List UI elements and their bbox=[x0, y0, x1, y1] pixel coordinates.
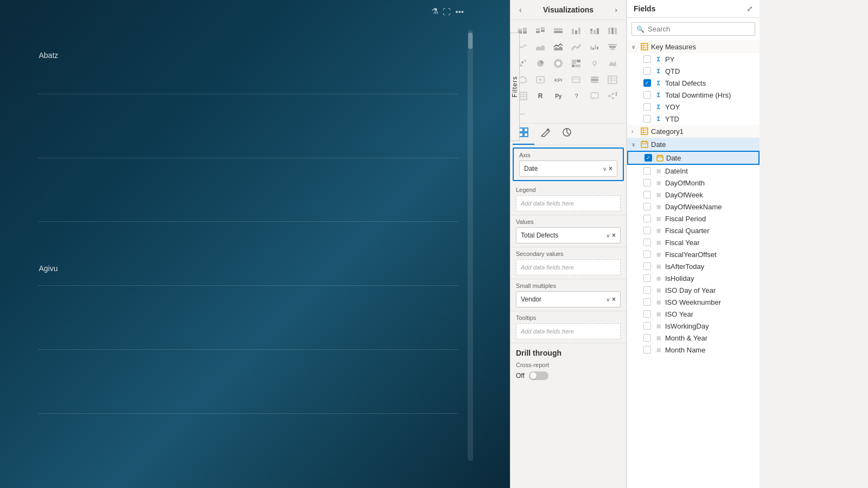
field-dayofmonth[interactable]: ⊞ DayOfMonth bbox=[627, 177, 760, 189]
tab-analytics[interactable] bbox=[556, 124, 578, 145]
svg-point-59 bbox=[608, 95, 610, 97]
filter-icon[interactable]: ⚗ bbox=[431, 7, 438, 16]
field-is-working-day[interactable]: ⊞ IsWorkingDay bbox=[627, 320, 760, 332]
small-multiples-field-box[interactable]: Vendor ∨ × bbox=[516, 291, 621, 307]
viz-icon-card[interactable] bbox=[569, 72, 584, 87]
viz-icon-filled-map[interactable] bbox=[605, 56, 620, 71]
field-iso-weeknumber[interactable]: ⊞ ISO Weeknumber bbox=[627, 296, 760, 308]
legend-field-box[interactable]: Add data fields here bbox=[516, 195, 621, 211]
field-date-checkbox[interactable] bbox=[644, 154, 652, 162]
viz-icon-funnel[interactable] bbox=[605, 40, 620, 55]
field-date[interactable]: Date bbox=[627, 151, 760, 165]
field-qtd[interactable]: Σ QTD bbox=[627, 65, 760, 77]
field-dayofweek[interactable]: ⊞ DayOfWeek bbox=[627, 189, 760, 201]
viz-icon-area[interactable] bbox=[533, 40, 548, 55]
field-ytd[interactable]: Σ YTD bbox=[627, 113, 760, 125]
viz-icon-column[interactable] bbox=[569, 23, 584, 38]
viz-icon-qa[interactable]: ? bbox=[569, 88, 584, 104]
field-fiscal-year-offset-checkbox[interactable] bbox=[643, 251, 651, 258]
field-is-holiday[interactable]: ⊞ IsHoliday bbox=[627, 272, 760, 284]
small-multiples-chevron[interactable]: ∨ bbox=[606, 297, 610, 303]
viz-icon-ribbon[interactable] bbox=[569, 40, 584, 55]
cross-report-toggle[interactable] bbox=[529, 371, 548, 380]
field-dayofweekname[interactable]: ⊞ DayOfWeekName bbox=[627, 201, 760, 213]
field-fiscal-period-checkbox[interactable] bbox=[643, 215, 651, 222]
tab-format[interactable] bbox=[534, 124, 556, 145]
field-dayofweek-checkbox[interactable] bbox=[643, 191, 651, 198]
viz-icon-multi-row-card[interactable] bbox=[587, 72, 602, 87]
field-total-defects[interactable]: Σ Total Defects bbox=[627, 77, 760, 89]
values-remove[interactable]: × bbox=[612, 232, 616, 239]
field-month-name[interactable]: ⊞ Month Name bbox=[627, 344, 760, 356]
viz-icon-narrative[interactable] bbox=[587, 88, 602, 104]
viz-icon-treemap[interactable] bbox=[569, 56, 584, 71]
axis-remove[interactable]: × bbox=[609, 165, 612, 172]
field-is-after-today[interactable]: ⊞ IsAfterToday bbox=[627, 260, 760, 272]
axis-chevron[interactable]: ∨ bbox=[603, 166, 607, 172]
field-total-downtime-checkbox[interactable] bbox=[643, 91, 651, 99]
values-field-box[interactable]: Total Defects ∨ × bbox=[516, 227, 621, 243]
field-iso-year[interactable]: ⊞ ISO Year bbox=[627, 308, 760, 320]
svg-point-61 bbox=[612, 97, 614, 99]
field-fiscal-year[interactable]: ⊞ Fiscal Year bbox=[627, 236, 760, 248]
expand-icon[interactable]: ⛶ bbox=[443, 7, 451, 16]
viz-icon-100-stacked-column[interactable] bbox=[605, 23, 620, 38]
field-iso-year-checkbox[interactable] bbox=[643, 310, 651, 318]
field-is-holiday-checkbox[interactable] bbox=[643, 274, 651, 282]
viz-icon-table[interactable] bbox=[605, 72, 620, 87]
viz-icon-pie[interactable] bbox=[533, 56, 548, 71]
field-yoy[interactable]: Σ YOY bbox=[627, 101, 760, 113]
viz-icon-clustered-bar[interactable] bbox=[533, 23, 548, 38]
field-total-downtime[interactable]: Σ Total Downtime (Hrs) bbox=[627, 89, 760, 101]
field-fiscal-year-checkbox[interactable] bbox=[643, 239, 651, 246]
small-multiples-remove[interactable]: × bbox=[612, 296, 616, 303]
filters-tab[interactable]: Filters bbox=[510, 33, 520, 141]
viz-panel-nav-left[interactable]: ‹ bbox=[517, 4, 524, 15]
field-iso-day-of-year-checkbox[interactable] bbox=[643, 286, 651, 294]
viz-icon-r[interactable]: R bbox=[533, 88, 548, 104]
field-qtd-checkbox[interactable] bbox=[643, 67, 651, 75]
field-fiscal-quarter[interactable]: ⊞ Fiscal Quarter bbox=[627, 224, 760, 236]
field-iso-day-of-year[interactable]: ⊞ ISO Day of Year bbox=[627, 284, 760, 296]
field-month-and-year[interactable]: ⊞ Month & Year bbox=[627, 332, 760, 344]
axis-field-box[interactable]: Date ∨ × bbox=[519, 160, 617, 177]
field-yoy-checkbox[interactable] bbox=[643, 103, 651, 111]
viz-icon-donut[interactable] bbox=[551, 56, 566, 71]
field-py[interactable]: Σ PY bbox=[627, 53, 760, 65]
field-month-name-checkbox[interactable] bbox=[643, 346, 651, 354]
field-ytd-checkbox[interactable] bbox=[643, 115, 651, 123]
viz-icon-azure-map[interactable] bbox=[533, 72, 548, 87]
field-fiscal-period[interactable]: ⊞ Fiscal Period bbox=[627, 213, 760, 224]
field-dateint[interactable]: ⊞ DateInt bbox=[627, 165, 760, 177]
fields-expand-icon[interactable]: ⤢ bbox=[746, 4, 753, 13]
group-category1-header[interactable]: › Category1 bbox=[627, 125, 760, 138]
field-is-working-day-checkbox[interactable] bbox=[643, 322, 651, 330]
tooltips-field-box[interactable]: Add data fields here bbox=[516, 323, 621, 339]
field-iso-weeknumber-checkbox[interactable] bbox=[643, 298, 651, 306]
viz-icon-stacked-column[interactable] bbox=[587, 23, 602, 38]
group-key-measures-header[interactable]: ∨ Key Measures bbox=[627, 40, 760, 53]
viz-icon-py[interactable]: Py bbox=[551, 88, 566, 104]
secondary-values-field-box[interactable]: Add data fields here bbox=[516, 259, 621, 275]
field-fiscal-year-offset[interactable]: ⊞ FiscalYearOffset bbox=[627, 248, 760, 260]
viz-icon-kpi[interactable]: KPI bbox=[551, 72, 566, 87]
group-date-header[interactable]: ∨ Date bbox=[627, 138, 760, 151]
search-input[interactable] bbox=[648, 25, 750, 33]
field-dayofmonth-checkbox[interactable] bbox=[643, 179, 651, 187]
field-py-checkbox[interactable] bbox=[643, 55, 651, 63]
field-total-defects-checkbox[interactable] bbox=[643, 79, 651, 87]
viz-icon-decomp-tree[interactable] bbox=[605, 88, 620, 104]
values-chevron[interactable]: ∨ bbox=[606, 233, 610, 239]
viz-icon-map[interactable] bbox=[587, 56, 602, 71]
viz-panel-nav-right[interactable]: › bbox=[612, 4, 620, 15]
field-is-after-today-checkbox[interactable] bbox=[643, 262, 651, 270]
field-dateint-checkbox[interactable] bbox=[643, 167, 651, 175]
field-fiscal-quarter-checkbox[interactable] bbox=[643, 227, 651, 234]
field-yoy-icon: Σ bbox=[654, 102, 663, 111]
field-dayofweekname-checkbox[interactable] bbox=[643, 203, 651, 210]
field-month-and-year-checkbox[interactable] bbox=[643, 334, 651, 342]
viz-icon-line-stacked[interactable] bbox=[551, 40, 566, 55]
more-icon[interactable]: ••• bbox=[455, 7, 464, 16]
viz-icon-bar-100[interactable] bbox=[551, 23, 566, 38]
viz-icon-waterfall[interactable] bbox=[587, 40, 602, 55]
